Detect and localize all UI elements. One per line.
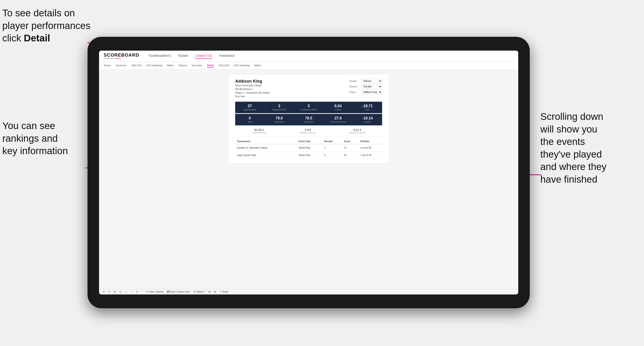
fit-button[interactable]: — bbox=[125, 291, 127, 293]
tablet-frame: SCOREBOARD Powered by clippd TOURNAMENTS… bbox=[88, 37, 530, 308]
event-type: Stroke Play bbox=[297, 151, 322, 159]
col-event-type: Event Type bbox=[297, 139, 322, 144]
undo-button[interactable]: ↺ bbox=[103, 291, 104, 293]
annotation-bottom-left: You can see rankings and key information bbox=[2, 120, 88, 157]
division-label: Division bbox=[349, 85, 360, 88]
stat-cell: 27.8Avg Score to Par bbox=[324, 114, 353, 125]
player-info: Addison King Mesa Community College NJCA… bbox=[235, 79, 270, 98]
col-empty bbox=[291, 139, 297, 144]
view-original-button[interactable]: 👁 View: Original bbox=[146, 291, 163, 293]
nav-rankings[interactable]: RANKINGS bbox=[220, 53, 235, 59]
player-region: Region 1 - Southwest (18) District bbox=[235, 91, 270, 95]
event-type: Stroke Play bbox=[297, 144, 322, 151]
bottom-toolbar: ↺ ↻ ⊕ ⊖ — + ⏱ | 👁 View: Original 💾 Save … bbox=[99, 289, 518, 295]
subnav-teams[interactable]: Teams bbox=[104, 63, 111, 68]
record-item: 91-20-1Overall Record bbox=[252, 128, 266, 134]
col-score: Score bbox=[342, 139, 358, 144]
subnav-matrix[interactable]: Matrix bbox=[167, 63, 174, 68]
rounds: 2 bbox=[322, 144, 342, 151]
record-item: 1-5-0Record vs top 25 bbox=[300, 128, 316, 134]
logo-area: SCOREBOARD Powered by clippd bbox=[104, 52, 139, 60]
table-row: Lady Coyote Invite Stroke Play 2 16 7 ou… bbox=[235, 151, 382, 159]
subnav-h2h-heatmap[interactable]: H2H Heatmap bbox=[146, 63, 162, 68]
events-table: Tournament Event Type Rounds Score Posit… bbox=[235, 139, 382, 159]
timer-button[interactable]: ⏱ bbox=[136, 291, 138, 293]
stat-cell: -19.71SoS bbox=[353, 102, 382, 113]
rounds: 2 bbox=[322, 151, 342, 159]
stats-row-1: 37National Rank3Regional Rank3Conference… bbox=[235, 102, 382, 113]
tournament-name: Estrella CC- Mountain Classic bbox=[235, 144, 291, 151]
col-rounds: Rounds bbox=[322, 139, 342, 144]
stat-cell: -10.14Avg SG bbox=[353, 114, 382, 125]
nav-committee[interactable]: COMMITTEE bbox=[195, 53, 212, 59]
tablet-screen: SCOREBOARD Powered by clippd TOURNAMENTS… bbox=[99, 51, 518, 295]
subnav-h2h-grid[interactable]: H2H Grid bbox=[131, 63, 142, 68]
filter-division: Division NJCAA I NJCAA II bbox=[349, 84, 382, 89]
main-content: Addison King Mesa Community College NJCA… bbox=[99, 69, 518, 289]
player-select[interactable]: Addison King bbox=[362, 90, 382, 94]
position: 4 out of 20 bbox=[358, 144, 382, 151]
player-filters: Gender Women Men Division NJCAA I NJCAA … bbox=[349, 79, 382, 94]
nav-tournaments[interactable]: TOURNAMENTS bbox=[148, 53, 171, 59]
col-position: Position bbox=[358, 139, 382, 144]
annotation-right: Scrolling down will show you the events … bbox=[540, 110, 637, 186]
subnav-h2h-grid2[interactable]: H2H Grid bbox=[218, 63, 229, 68]
grid-button[interactable]: ⊞ bbox=[214, 291, 216, 293]
subnav-matrix2[interactable]: Matrix bbox=[254, 63, 261, 68]
filter-gender: Gender Women Men bbox=[349, 79, 382, 83]
stat-cell: 6.04Points bbox=[324, 102, 353, 113]
redo-button[interactable]: ↻ bbox=[108, 291, 110, 293]
subnav-players[interactable]: Players bbox=[178, 63, 187, 68]
records-row: 91-20-1Overall Record1-5-0Record vs top … bbox=[235, 126, 382, 136]
nav-teams[interactable]: TEAMS bbox=[178, 53, 188, 59]
record-item: 5-11-1Record vs top 50 bbox=[350, 128, 365, 134]
stat-cell: 3Conference Rank bbox=[294, 102, 324, 113]
table-header-row: Tournament Event Type Rounds Score Posit… bbox=[235, 139, 382, 144]
filter-player: Player Addison King bbox=[349, 90, 382, 94]
sub-nav: Teams Summary H2H Grid H2H Heatmap Matri… bbox=[99, 62, 518, 69]
division-select[interactable]: NJCAA I NJCAA II bbox=[362, 84, 382, 89]
score: 16 bbox=[342, 151, 358, 159]
player-label: Player bbox=[349, 91, 360, 93]
gender-label: Gender bbox=[349, 80, 360, 82]
zoom-out-button[interactable]: ⊖ bbox=[119, 291, 121, 293]
tournament-name: Lady Coyote Invite bbox=[235, 151, 291, 159]
player-header: Addison King Mesa Community College NJCA… bbox=[235, 79, 382, 98]
stat-cell: 78.5Adj Score bbox=[294, 114, 324, 125]
score: 17 bbox=[342, 144, 358, 151]
main-nav: TOURNAMENTS TEAMS COMMITTEE RANKINGS bbox=[148, 53, 235, 59]
zoom-in-button[interactable]: ⊕ bbox=[114, 291, 116, 293]
share-button[interactable]: ⇧ Share bbox=[220, 291, 228, 293]
stats-row-2: 0Wins79.6Avg Score78.5Adj Score27.8Avg S… bbox=[235, 114, 382, 125]
save-custom-view-button[interactable]: 💾 Save Custom View bbox=[167, 291, 190, 293]
player-division: NJCAA Division 1 bbox=[235, 87, 270, 91]
table-row: Estrella CC- Mountain Classic Stroke Pla… bbox=[235, 144, 382, 151]
plus-button[interactable]: + bbox=[131, 291, 132, 293]
gender-select[interactable]: Women Men bbox=[362, 79, 382, 83]
logo-scoreboard: SCOREBOARD bbox=[104, 52, 139, 57]
position: 7 out of 20 bbox=[358, 151, 382, 159]
stat-cell: 3Regional Rank bbox=[265, 102, 294, 113]
player-school: Mesa Community College bbox=[235, 84, 270, 87]
stat-cell: 0Wins bbox=[235, 114, 265, 125]
annotation-top-left: To see details on player performances cl… bbox=[2, 7, 94, 45]
subnav-detail[interactable]: Detail bbox=[207, 63, 214, 68]
stat-cell: 37National Rank bbox=[235, 102, 265, 113]
subnav-h2h-heatmap2[interactable]: H2H Heatmap bbox=[234, 63, 250, 68]
subnav-summary[interactable]: Summary bbox=[116, 63, 126, 68]
app-header: SCOREBOARD Powered by clippd TOURNAMENTS… bbox=[99, 51, 518, 62]
col-tournament: Tournament bbox=[235, 139, 291, 144]
player-year: First Year bbox=[235, 95, 270, 98]
watch-button[interactable]: 👁 Watch ▾ bbox=[194, 291, 205, 293]
logo-powered: Powered by clippd bbox=[104, 57, 139, 60]
player-name: Addison King bbox=[235, 79, 270, 84]
subnav-summary2[interactable]: Summary bbox=[192, 63, 202, 68]
screen-button[interactable]: 🖥 bbox=[208, 291, 210, 293]
stat-cell: 79.6Avg Score bbox=[265, 114, 294, 125]
player-detail-panel: Addison King Mesa Community College NJCA… bbox=[228, 74, 389, 164]
